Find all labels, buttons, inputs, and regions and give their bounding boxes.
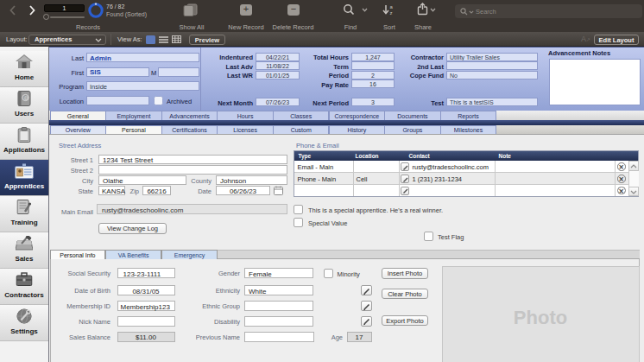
svg-text:z: z bbox=[390, 10, 393, 16]
svg-text:@: @ bbox=[24, 95, 29, 100]
svg-text:a: a bbox=[390, 4, 394, 10]
